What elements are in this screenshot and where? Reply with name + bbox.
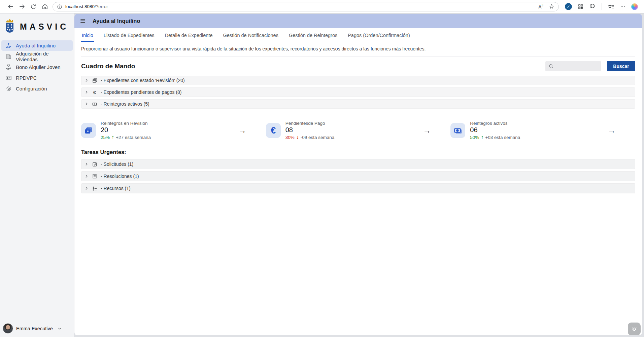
document-lines-icon	[92, 174, 98, 179]
sidebar-item-adquisicion-de-viviendas[interactable]: Adquisición de Viviendas	[1, 51, 73, 62]
dashboard-title: Cuadro de Mando	[81, 63, 545, 70]
url-host: localhost:8080	[65, 4, 95, 9]
favorite-star-icon[interactable]	[549, 4, 554, 9]
accordion-reintegros-activos[interactable]: - Reintegros activos (5)	[81, 99, 635, 109]
list-icon	[92, 186, 98, 191]
edit-note-icon	[92, 161, 98, 167]
banknote-icon	[92, 101, 98, 107]
stat-delta: -09 esta semana	[301, 135, 335, 140]
stat-value: 06	[470, 126, 520, 134]
chevron-right-icon	[84, 186, 89, 190]
hand-money-icon	[5, 42, 12, 49]
scroll-to-bottom-button[interactable]	[628, 323, 641, 335]
user-menu[interactable]: Emma Executive	[3, 323, 62, 334]
favorites-bar-icon[interactable]	[608, 4, 614, 10]
stat-value: 08	[285, 126, 335, 134]
euro-icon: €	[266, 123, 281, 138]
chevron-right-icon	[84, 102, 89, 106]
search-input[interactable]	[556, 64, 598, 69]
trend-down-icon: ↓	[296, 134, 299, 140]
chevron-right-icon	[84, 174, 89, 178]
home-icon[interactable]	[39, 2, 50, 12]
tasks-title: Tareas Urgentes:	[81, 149, 635, 155]
tab-gestion-de-notificaciones[interactable]: Gestión de Notificaciones	[223, 33, 279, 42]
url-text: localhost:8080/?error	[65, 4, 108, 9]
accordion-resoluciones[interactable]: - Resoluciones (1)	[81, 171, 635, 181]
site-info-icon[interactable]	[57, 4, 62, 9]
go-arrow-icon[interactable]: →	[608, 126, 616, 135]
go-arrow-icon[interactable]: →	[238, 126, 246, 135]
sidebar-item-ayuda-al-inquilino[interactable]: Ayuda al Inquilino	[1, 40, 73, 51]
sidebar-item-rpdvpc[interactable]: RPDVPC	[1, 73, 73, 83]
stat-percent: 25%	[101, 135, 110, 140]
hand-heart-icon	[5, 64, 12, 70]
back-icon[interactable]	[5, 2, 16, 12]
qr-code-icon[interactable]	[578, 4, 584, 10]
copilot-icon[interactable]	[631, 3, 638, 10]
tab-pagos-orden-confirmacion[interactable]: Pagos (Orden/Confirmación)	[347, 33, 411, 42]
extensions-puzzle-icon[interactable]	[589, 3, 596, 10]
address-bar[interactable]: localhost:8080/?error A))	[53, 2, 559, 11]
intro-text: Proporcionar al usuario funcionario o su…	[81, 42, 635, 57]
chevron-right-icon	[84, 90, 89, 94]
stat-value: 20	[101, 126, 151, 134]
sidebar-item-label: RPDVPC	[16, 75, 37, 81]
toolbar-divider	[602, 3, 602, 10]
stat-percent: 50%	[470, 135, 479, 140]
browser-toolbar: localhost:8080/?error A)) ✓	[0, 0, 644, 13]
hamburger-menu-icon[interactable]	[79, 17, 86, 24]
security-check-badge-icon[interactable]: ✓	[565, 3, 572, 10]
accordion-expedientes-revision[interactable]: - Expedientes con estado 'Revisión' (20)	[81, 76, 635, 85]
accordion-label: - Expedientes pendientes de pagos (8)	[101, 89, 182, 95]
read-aloud-icon[interactable]: A))	[538, 4, 543, 9]
id-card-icon	[5, 75, 12, 81]
chevron-right-icon	[84, 78, 89, 82]
stat-card-reintegros-en-revision[interactable]: Reintegros en Revisión 20 25% ↑ +27 esta…	[81, 121, 266, 140]
page-header: Ayuda al Inquilino	[74, 14, 642, 28]
user-name: Emma Executive	[16, 326, 53, 331]
sidebar-item-bono-alquiler-joven[interactable]: Bono Alquiler Joven	[1, 62, 73, 72]
screen: localhost:8080/?error A)) ✓	[0, 0, 644, 337]
euro-icon: €	[92, 89, 98, 95]
banknote-icon	[450, 123, 465, 138]
main-panel: Ayuda al Inquilino Inicio Listado de Exp…	[74, 14, 642, 335]
accordion-label: - Expedientes con estado 'Revisión' (20)	[101, 78, 185, 83]
accordion-label: - Reintegros activos (5)	[101, 101, 149, 107]
sidebar-item-label: Ayuda al Inquilino	[16, 43, 56, 48]
tab-inicio[interactable]: Inicio	[81, 33, 94, 42]
trend-up-icon: ↑	[481, 134, 483, 140]
sidebar-item-label: Bono Alquiler Joven	[16, 64, 61, 70]
app-logo: MASVIC	[0, 15, 74, 39]
accordion-solicitudes[interactable]: - Solicitudes (1)	[81, 159, 635, 169]
stat-card-reintegros-activos[interactable]: Reintegros activos 06 50% ↑ +03 esta sem…	[450, 121, 635, 140]
stat-label: Pendientesde Pago	[285, 121, 335, 126]
avatar	[3, 323, 13, 334]
accordion-expedientes-pendientes-pagos[interactable]: € - Expedientes pendientes de pagos (8)	[81, 87, 635, 97]
url-path: /?error	[95, 4, 108, 9]
search-icon	[548, 64, 554, 69]
tab-bar: Inicio Listado de Expedientes Detalle de…	[81, 28, 635, 42]
stat-label: Reintegros en Revisión	[101, 121, 151, 126]
accordion-label: - Recursos (1)	[101, 186, 131, 191]
archive-files-icon	[81, 123, 96, 138]
tab-detalle-de-expediente[interactable]: Detalle de Expediente	[164, 33, 213, 42]
sidebar-item-label: Configuración	[16, 86, 47, 91]
sidebar: MASVIC Ayuda al Inquilino Adquisición de…	[0, 13, 74, 337]
page-title: Ayuda al Inquilino	[93, 18, 140, 24]
go-arrow-icon[interactable]: →	[423, 126, 431, 135]
reload-icon[interactable]	[28, 2, 39, 12]
arrow-down-to-line-icon	[631, 325, 638, 333]
accordion-label: - Resoluciones (1)	[101, 174, 139, 179]
tab-listado-de-expedientes[interactable]: Listado de Expedientes	[103, 33, 155, 42]
sidebar-nav: Ayuda al Inquilino Adquisición de Vivien…	[0, 40, 74, 94]
forward-icon[interactable]	[16, 2, 28, 12]
search-box	[545, 61, 601, 71]
accordion-recursos[interactable]: - Recursos (1)	[81, 183, 635, 193]
sidebar-item-configuracion[interactable]: Configuración	[1, 83, 73, 94]
stat-delta: +27 esta semana	[116, 135, 151, 140]
tab-gestion-de-reintegros[interactable]: Gestión de Reintegros	[288, 33, 338, 42]
buscar-button[interactable]: Buscar	[607, 61, 635, 71]
stat-card-pendientes-de-pago[interactable]: € Pendientesde Pago 08 30% ↓ -09 esta se…	[266, 121, 451, 140]
canary-crest-icon	[4, 19, 15, 34]
settings-ellipsis-icon[interactable]	[620, 4, 625, 9]
